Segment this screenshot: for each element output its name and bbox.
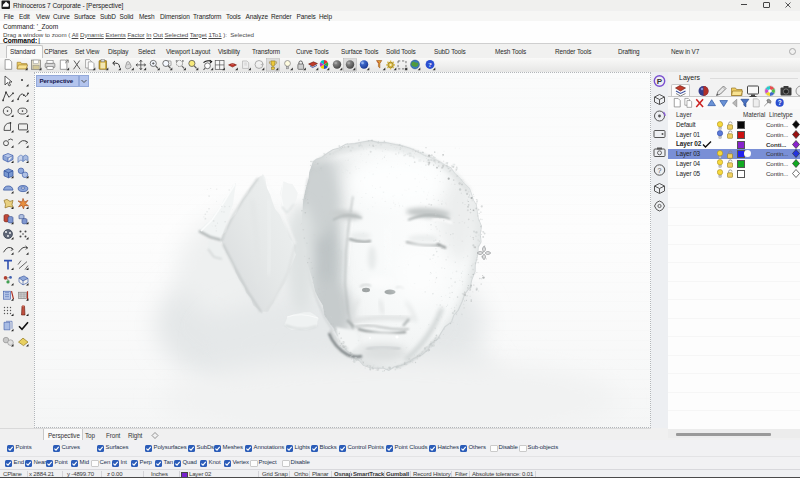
svg-text:?: ? <box>778 99 782 106</box>
svg-text:P: P <box>657 77 663 86</box>
svg-text:?: ? <box>658 167 662 174</box>
svg-text:?: ? <box>428 61 432 69</box>
